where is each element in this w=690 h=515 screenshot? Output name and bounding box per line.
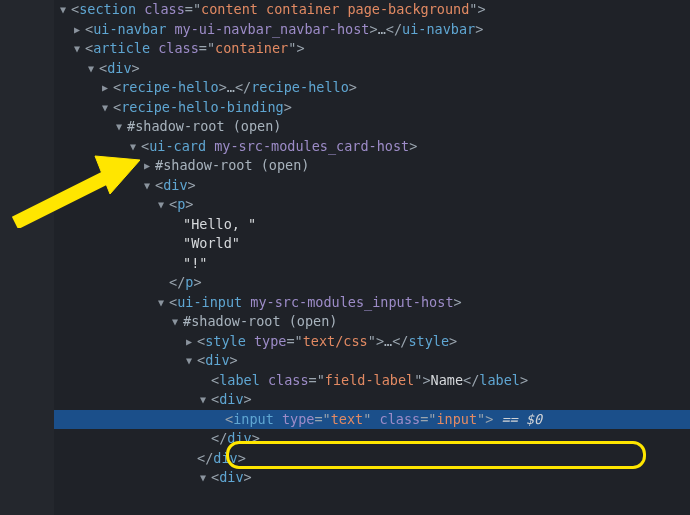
dom-tree-row[interactable]: <div>	[54, 176, 690, 196]
dom-tree-row[interactable]: <article class="container">	[54, 39, 690, 59]
dom-tree-row[interactable]: "World"	[54, 234, 690, 254]
dom-tree-row[interactable]: <ui-navbar my-ui-navbar_navbar-host>…</u…	[54, 20, 690, 40]
dom-tree-row[interactable]: <style type="text/css">…</style>	[54, 332, 690, 352]
dom-tree-row[interactable]: <p>	[54, 195, 690, 215]
gutter	[0, 0, 54, 515]
dom-tree-row[interactable]: <input type="text" class="input"> == $0	[54, 410, 690, 430]
dom-tree-row[interactable]: </div>	[54, 449, 690, 469]
dom-tree-row[interactable]: "!"	[54, 254, 690, 274]
dom-tree-row[interactable]: <recipe-hello-binding>	[54, 98, 690, 118]
dom-tree-row[interactable]: <ui-input my-src-modules_input-host>	[54, 293, 690, 313]
dom-tree-row[interactable]: #shadow-root (open)	[54, 117, 690, 137]
dom-tree-row[interactable]: <div>	[54, 468, 690, 488]
dom-tree-row[interactable]: <section class="content container page-b…	[54, 0, 690, 20]
dom-tree-row[interactable]: </p>	[54, 273, 690, 293]
dom-tree-row[interactable]: "Hello, "	[54, 215, 690, 235]
dom-tree-row[interactable]: #shadow-root (open)	[54, 156, 690, 176]
dom-tree-row[interactable]: <recipe-hello>…</recipe-hello>	[54, 78, 690, 98]
dom-tree-row[interactable]: <label class="field-label">Name</label>	[54, 371, 690, 391]
dom-tree-row[interactable]: <div>	[54, 59, 690, 79]
dom-tree-row[interactable]: <div>	[54, 390, 690, 410]
elements-tree[interactable]: <section class="content container page-b…	[54, 0, 690, 515]
dom-tree-row[interactable]: #shadow-root (open)	[54, 312, 690, 332]
dom-tree-row[interactable]: </div>	[54, 429, 690, 449]
dom-tree-row[interactable]: <ui-card my-src-modules_card-host>	[54, 137, 690, 157]
dom-tree-row[interactable]: <div>	[54, 351, 690, 371]
